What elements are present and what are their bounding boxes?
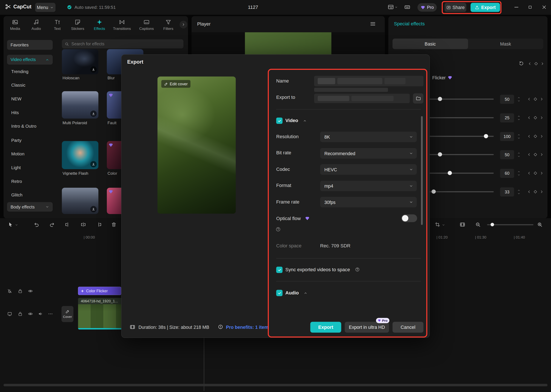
dialog-export-button[interactable]: Export xyxy=(310,322,341,333)
export-to-field[interactable] xyxy=(314,94,410,103)
keyframe-diamond-button[interactable] xyxy=(533,97,538,101)
timeline-scrollbar[interactable] xyxy=(3,384,547,386)
tab-mask[interactable]: Mask xyxy=(468,39,543,49)
tab-effects[interactable]: Effects xyxy=(89,18,110,32)
slider-knob[interactable] xyxy=(448,171,452,175)
search-input[interactable] xyxy=(72,42,181,46)
sidebar-item-glitch[interactable]: Glitch xyxy=(11,193,22,199)
playhead-line[interactable] xyxy=(204,338,204,391)
tab-text[interactable]: Text xyxy=(47,18,68,32)
layout-switch-button[interactable] xyxy=(388,4,398,10)
zoom-out-button[interactable] xyxy=(475,222,481,227)
keyframe-next-button[interactable] xyxy=(539,189,544,194)
slider-knob[interactable] xyxy=(438,152,442,157)
video-collapse-button[interactable] xyxy=(303,119,307,123)
keyframe-prev-button[interactable] xyxy=(528,62,532,66)
sync-checkbox[interactable] xyxy=(276,267,282,273)
export-ultra-hd-button[interactable]: Export in ultra HD xyxy=(345,322,389,333)
split-button[interactable] xyxy=(80,222,86,227)
effect-thumb-holoscan[interactable] xyxy=(62,49,98,75)
shortcut-button[interactable] xyxy=(404,4,410,10)
tab-transitions[interactable]: Transitions xyxy=(112,18,132,32)
codec-select[interactable]: HEVC xyxy=(320,164,417,175)
timeline-zoom-knob[interactable] xyxy=(491,223,494,226)
delete-button[interactable] xyxy=(111,222,117,227)
sidebar-item-classic[interactable]: Classic xyxy=(11,83,25,89)
pro-badge[interactable]: Pro xyxy=(418,3,437,12)
download-icon[interactable] xyxy=(90,161,97,167)
download-icon[interactable] xyxy=(90,66,97,73)
sidebar-item-new[interactable]: NEW xyxy=(11,97,22,103)
keyframe-prev-button[interactable] xyxy=(527,134,531,139)
name-field[interactable] xyxy=(314,76,424,86)
preview-mode-button[interactable] xyxy=(435,222,440,227)
export-button[interactable]: Export xyxy=(471,3,500,12)
value-stepper[interactable] xyxy=(516,132,521,141)
slider-value[interactable]: 25 xyxy=(500,113,514,122)
keyframe-diamond-button[interactable] xyxy=(533,152,538,157)
keyframe-diamond-button[interactable] xyxy=(533,134,538,139)
slider-knob[interactable] xyxy=(438,97,442,101)
sidebar-item-trending[interactable]: Trending xyxy=(11,69,29,76)
value-stepper[interactable] xyxy=(516,95,521,103)
close-button[interactable] xyxy=(542,5,547,10)
slider-value[interactable]: 33 xyxy=(500,187,514,196)
tab-stickers[interactable]: Stickers xyxy=(67,18,88,32)
effect-clip[interactable]: Color Flicker xyxy=(78,287,121,295)
zoom-in-button[interactable] xyxy=(537,222,543,227)
maximize-button[interactable] xyxy=(528,5,532,9)
track-visibility-icon[interactable] xyxy=(28,311,33,316)
framerate-select[interactable]: 30fps xyxy=(320,197,417,207)
select-tool-button[interactable] xyxy=(8,222,13,227)
keyframe-next-button[interactable] xyxy=(539,171,544,175)
keyframe-diamond-button[interactable] xyxy=(533,115,538,120)
value-stepper[interactable] xyxy=(516,114,521,122)
tab-audio[interactable]: Audio xyxy=(26,18,46,32)
preview-mode-dropdown[interactable] xyxy=(442,223,445,226)
tab-basic[interactable]: Basic xyxy=(392,39,468,49)
format-select[interactable]: mp4 xyxy=(320,181,417,191)
slider-value[interactable]: 50 xyxy=(500,95,514,104)
tab-captions[interactable]: Captions xyxy=(136,18,157,32)
keyframe-next-button[interactable] xyxy=(539,115,544,120)
slider-value[interactable]: 50 xyxy=(500,150,514,159)
value-stepper[interactable] xyxy=(516,188,521,196)
slider-value[interactable]: 100 xyxy=(500,132,514,141)
bitrate-select[interactable]: Recommended xyxy=(320,148,417,159)
track-volume-icon[interactable] xyxy=(38,311,43,316)
slider-value[interactable]: 60 xyxy=(500,169,514,178)
share-button[interactable]: Share xyxy=(444,3,466,12)
sidebar-item-intro-outro[interactable]: Intro & Outro xyxy=(11,124,36,130)
player-menu-button[interactable] xyxy=(370,21,376,27)
delete-right-button[interactable] xyxy=(96,222,102,227)
video-checkbox[interactable] xyxy=(276,118,282,124)
keyframe-prev-button[interactable] xyxy=(527,115,531,120)
track-lock-icon[interactable] xyxy=(18,288,23,294)
value-stepper[interactable] xyxy=(516,169,521,177)
sidebar-item-motion[interactable]: Motion xyxy=(11,152,24,158)
resolution-select[interactable]: 8K xyxy=(320,132,417,142)
dialog-scrollbar[interactable] xyxy=(421,116,423,225)
keyframe-next-button[interactable] xyxy=(540,62,544,66)
download-icon[interactable] xyxy=(90,206,97,212)
tab-filters[interactable]: Filters xyxy=(158,18,179,32)
track-monitor-icon[interactable] xyxy=(7,311,12,316)
audio-checkbox[interactable] xyxy=(276,290,282,296)
keyframe-prev-button[interactable] xyxy=(527,189,531,194)
slider-knob[interactable] xyxy=(432,189,436,194)
sidebar-item-party[interactable]: Party xyxy=(11,138,22,144)
effects-search[interactable] xyxy=(62,39,183,48)
sidebar-item-favorites[interactable]: Favorites xyxy=(7,40,53,50)
keyframe-diamond-button[interactable] xyxy=(533,189,538,194)
frame-view-button[interactable] xyxy=(460,222,465,227)
pro-benefits-link[interactable]: Pro benefits: 1 item xyxy=(226,324,268,330)
keyframe-prev-button[interactable] xyxy=(527,97,531,101)
sidebar-item-retro[interactable]: Retro xyxy=(11,179,22,185)
track-mute-icon[interactable] xyxy=(7,288,12,294)
effect-thumb-city[interactable] xyxy=(62,188,98,214)
audio-collapse-button[interactable] xyxy=(304,291,308,295)
keyframe-next-button[interactable] xyxy=(539,152,544,157)
browse-folder-button[interactable] xyxy=(413,93,423,103)
delete-left-button[interactable] xyxy=(65,222,70,227)
tabs-scroll-right-button[interactable] xyxy=(180,21,187,28)
